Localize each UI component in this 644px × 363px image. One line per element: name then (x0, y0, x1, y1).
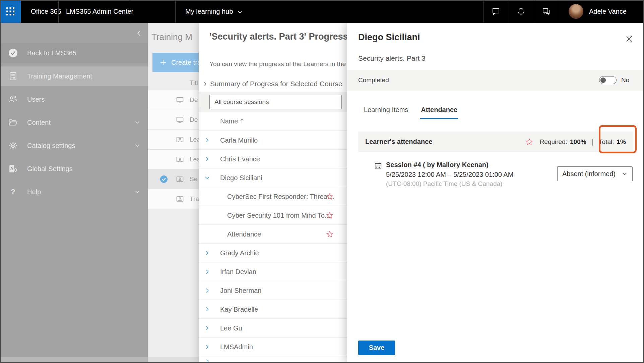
stats-divider: | (592, 138, 593, 146)
learner-row-kay-bradelle[interactable]: Kay Bradelle (199, 300, 347, 319)
sidebar-item-global-settings[interactable]: A Global Settings (0, 159, 148, 178)
chat-icon[interactable] (488, 3, 504, 19)
training-row[interactable]: De (148, 90, 199, 110)
user-avatar[interactable] (569, 4, 583, 19)
training-title: Se (190, 175, 197, 183)
learner-row-lmsadmin[interactable]: LMSAdmin (199, 338, 347, 356)
learner-row-diego-siciliani[interactable]: Diego Siciliani (199, 168, 347, 187)
learner-details-panel: Diego Siciliani Security alerts. Part 3 … (347, 23, 644, 363)
sidebar-item-label: Users (27, 96, 45, 103)
sidebar-item-catalog-settings[interactable]: Catalog settings (0, 136, 148, 155)
calendar-icon (374, 162, 382, 170)
chevron-down-icon (622, 171, 628, 177)
learning-item-row[interactable]: Cyber Security 101 from Mind To... (199, 206, 347, 225)
required-value: 100% (570, 138, 586, 146)
app-launcher-button[interactable] (0, 0, 21, 23)
instructor-led-icon (176, 136, 184, 144)
training-row[interactable]: Lea (148, 129, 199, 149)
learning-item-row[interactable]: CyberSec First Responder: Threat... (199, 187, 347, 206)
chevron-down-icon[interactable] (205, 175, 210, 180)
topbar-separator (558, 0, 558, 23)
training-title: Lea (190, 156, 199, 163)
tab-label: Learning Items (364, 106, 408, 113)
chevron-right-icon[interactable] (205, 250, 210, 255)
learning-item-label: Attendance (227, 230, 261, 238)
attendance-status-dropdown[interactable]: Absent (informed) (557, 166, 633, 181)
chevron-down-icon[interactable] (237, 9, 243, 15)
course-sessions-dropdown[interactable]: All course sessions (209, 95, 342, 109)
dialog-title: 'Security alerts. Part 3' Progress (209, 32, 347, 42)
learner-row-grady-archie[interactable]: Grady Archie (199, 244, 347, 262)
session-info: Session #4 ( by Mallory Keenan) 5/25/202… (386, 161, 513, 188)
chevron-right-icon[interactable] (205, 344, 210, 349)
create-training-label: Create tra (171, 59, 199, 66)
course-sessions-value: All course sessions (214, 98, 269, 106)
training-row[interactable]: De (148, 110, 199, 129)
tab-learning-items[interactable]: Learning Items (363, 103, 409, 119)
sort-ascending-icon[interactable] (240, 118, 244, 124)
global-settings-icon: A (8, 164, 18, 174)
training-row[interactable]: Lea (148, 149, 199, 169)
chevron-down-icon[interactable] (134, 143, 140, 149)
sidebar-item-back-to-lms365[interactable]: Back to LMS365 (0, 43, 148, 63)
topbar-separator (484, 0, 484, 23)
training-title: De (190, 96, 198, 104)
chevron-right-icon[interactable] (205, 138, 210, 143)
title-column-header[interactable]: Titl (190, 79, 198, 87)
training-title: Tra (190, 195, 199, 203)
learner-row-joni-sherman[interactable]: Joni Sherman (199, 281, 347, 300)
chevron-down-icon[interactable] (134, 119, 140, 125)
name-column-header[interactable]: Name (220, 117, 238, 125)
tab-attendance[interactable]: Attendance (420, 103, 458, 119)
star-icon (526, 138, 533, 146)
chevron-right-icon[interactable] (205, 307, 210, 312)
chevron-right-icon[interactable] (205, 359, 210, 363)
close-icon[interactable] (623, 33, 635, 45)
attendance-section-label: Learner's attendance (365, 138, 432, 146)
sidebar-item-content[interactable]: Content (0, 113, 148, 132)
sidebar-item-training-management[interactable]: Training Management (0, 66, 148, 86)
learning-item-row-attendance[interactable]: Attendance (199, 225, 347, 244)
star-icon (326, 193, 333, 200)
session-row: Session #4 ( by Mallory Keenan) 5/25/202… (374, 161, 513, 188)
help-question-icon: ? (8, 187, 18, 197)
sidebar-collapse-icon[interactable] (134, 28, 144, 38)
training-row-selected[interactable]: Se (148, 169, 199, 189)
user-name[interactable]: Adele Vance (589, 0, 627, 23)
sidebar-item-help[interactable]: ? Help (0, 182, 148, 202)
learner-name: Grady Archie (220, 249, 259, 257)
training-row[interactable]: Tra (148, 189, 199, 209)
chevron-down-icon[interactable] (134, 189, 140, 195)
chevron-right-icon[interactable] (205, 156, 210, 161)
session-time-range: 5/25/2023 12:00 AM – 5/25/2023 01:00 AM (386, 171, 513, 178)
chevron-right-icon[interactable] (202, 81, 207, 87)
summary-expander-label: Summary of Progress for Selected Course (210, 80, 342, 88)
session-timezone: (UTC-08:00) Pacific Time (US & Canada) (386, 180, 513, 188)
total-value: 1% (617, 138, 626, 146)
topbar-separator (175, 0, 176, 23)
learner-row-lee-gu[interactable]: Lee Gu (199, 319, 347, 338)
learner-name: Joni Sherman (220, 287, 261, 294)
completed-toggle[interactable] (599, 76, 617, 84)
create-training-button[interactable]: Create tra (152, 53, 199, 72)
learner-row-carla-murillo[interactable]: Carla Murillo (199, 131, 347, 150)
summary-expander[interactable]: Summary of Progress for Selected Course (199, 78, 342, 90)
chevron-right-icon[interactable] (205, 325, 210, 330)
feedback-icon[interactable] (538, 3, 554, 19)
folder-icon (8, 117, 18, 127)
sidebar-item-users[interactable]: Users (0, 90, 148, 109)
active-tab-underline (420, 118, 458, 119)
learner-row-irfan-devlan[interactable]: Irfan Devlan (199, 262, 347, 281)
learner-row-chris-evance[interactable]: Chris Evance (199, 150, 347, 168)
chevron-right-icon[interactable] (205, 269, 210, 274)
learners-table: Carla Murillo Chris Evance Diego Sicilia… (199, 131, 347, 363)
sidebar-item-label: Content (27, 119, 51, 126)
learner-name: Chris Evance (220, 155, 260, 163)
admin-center-link[interactable]: LMS365 Admin Center (66, 0, 133, 23)
notifications-bell-icon[interactable] (513, 3, 529, 19)
hub-menu[interactable]: My learning hub (185, 0, 233, 23)
save-button[interactable]: Save (358, 341, 395, 355)
chevron-right-icon[interactable] (205, 288, 210, 293)
learner-row-partial[interactable] (199, 356, 347, 363)
elearning-screen-icon (176, 116, 184, 124)
